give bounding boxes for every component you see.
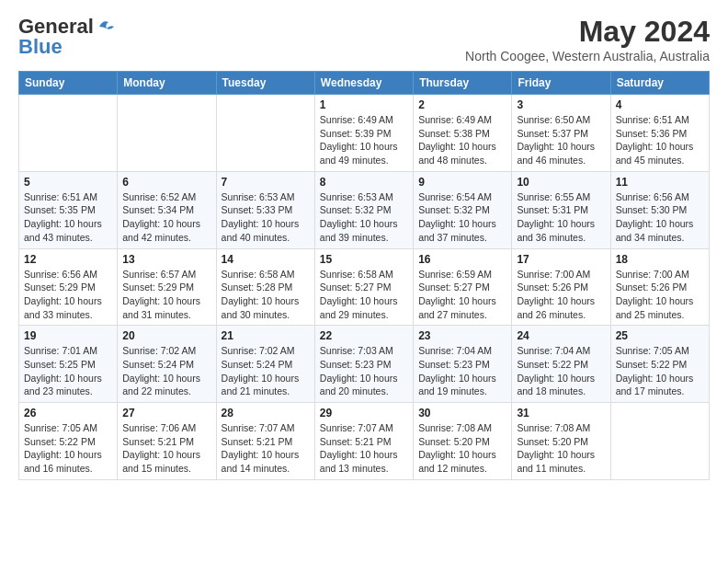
day-detail: Sunrise: 7:03 AM Sunset: 5:23 PM Dayligh…	[320, 344, 408, 398]
calendar-cell: 5Sunrise: 6:51 AM Sunset: 5:35 PM Daylig…	[19, 171, 118, 248]
day-number: 21	[222, 329, 310, 342]
location-subtitle: North Coogee, Western Australia, Austral…	[465, 49, 710, 63]
day-number: 18	[616, 253, 704, 266]
logo-bird-icon	[96, 17, 116, 36]
calendar-cell	[118, 95, 216, 172]
calendar-cell: 9Sunrise: 6:54 AM Sunset: 5:32 PM Daylig…	[414, 171, 512, 248]
day-detail: Sunrise: 7:02 AM Sunset: 5:24 PM Dayligh…	[222, 344, 310, 398]
day-detail: Sunrise: 6:55 AM Sunset: 5:31 PM Dayligh…	[517, 190, 605, 245]
day-detail: Sunrise: 6:58 AM Sunset: 5:27 PM Dayligh…	[320, 268, 408, 322]
day-number: 12	[24, 253, 112, 266]
weekday-header-friday: Friday	[512, 72, 610, 95]
calendar-table: SundayMondayTuesdayWednesdayThursdayFrid…	[18, 71, 710, 480]
day-number: 19	[24, 329, 112, 342]
day-detail: Sunrise: 7:06 AM Sunset: 5:21 PM Dayligh…	[122, 421, 210, 476]
day-detail: Sunrise: 7:05 AM Sunset: 5:22 PM Dayligh…	[24, 421, 112, 476]
day-number: 1	[320, 98, 408, 111]
calendar-cell	[216, 95, 314, 172]
calendar-cell: 10Sunrise: 6:55 AM Sunset: 5:31 PM Dayli…	[512, 171, 610, 248]
day-detail: Sunrise: 6:54 AM Sunset: 5:32 PM Dayligh…	[418, 190, 506, 245]
day-number: 5	[24, 176, 112, 189]
day-detail: Sunrise: 6:50 AM Sunset: 5:37 PM Dayligh…	[517, 113, 605, 167]
page-header: General Blue May 2024 North Coogee, West…	[18, 15, 710, 63]
day-detail: Sunrise: 7:00 AM Sunset: 5:26 PM Dayligh…	[517, 268, 605, 322]
calendar-cell: 26Sunrise: 7:05 AM Sunset: 5:22 PM Dayli…	[19, 403, 118, 480]
calendar-cell: 20Sunrise: 7:02 AM Sunset: 5:24 PM Dayli…	[118, 326, 216, 403]
calendar-header-row: SundayMondayTuesdayWednesdayThursdayFrid…	[19, 72, 710, 95]
day-number: 31	[517, 407, 605, 419]
day-number: 7	[222, 176, 310, 189]
day-number: 10	[517, 176, 605, 189]
day-number: 3	[517, 98, 605, 111]
day-number: 17	[517, 253, 605, 266]
day-detail: Sunrise: 6:51 AM Sunset: 5:35 PM Dayligh…	[24, 190, 112, 245]
day-number: 16	[418, 253, 506, 266]
calendar-cell: 1Sunrise: 6:49 AM Sunset: 5:39 PM Daylig…	[314, 95, 413, 172]
day-number: 26	[24, 407, 112, 419]
day-detail: Sunrise: 6:53 AM Sunset: 5:33 PM Dayligh…	[222, 190, 310, 245]
day-detail: Sunrise: 7:02 AM Sunset: 5:24 PM Dayligh…	[122, 344, 210, 398]
calendar-cell: 25Sunrise: 7:05 AM Sunset: 5:22 PM Dayli…	[610, 326, 709, 403]
day-number: 9	[418, 176, 506, 189]
weekday-header-monday: Monday	[118, 72, 216, 95]
logo-blue: Blue	[18, 35, 63, 59]
day-detail: Sunrise: 6:52 AM Sunset: 5:34 PM Dayligh…	[122, 190, 210, 245]
calendar-cell: 4Sunrise: 6:51 AM Sunset: 5:36 PM Daylig…	[610, 95, 709, 172]
day-number: 23	[418, 329, 506, 342]
day-number: 20	[122, 329, 210, 342]
day-detail: Sunrise: 7:05 AM Sunset: 5:22 PM Dayligh…	[616, 344, 704, 398]
calendar-cell: 21Sunrise: 7:02 AM Sunset: 5:24 PM Dayli…	[216, 326, 314, 403]
calendar-week-1: 1Sunrise: 6:49 AM Sunset: 5:39 PM Daylig…	[19, 95, 710, 172]
calendar-cell: 14Sunrise: 6:58 AM Sunset: 5:28 PM Dayli…	[216, 248, 314, 326]
day-detail: Sunrise: 6:58 AM Sunset: 5:28 PM Dayligh…	[222, 268, 310, 322]
calendar-cell	[610, 403, 709, 480]
calendar-week-3: 12Sunrise: 6:56 AM Sunset: 5:29 PM Dayli…	[19, 248, 710, 326]
day-number: 29	[320, 407, 408, 419]
calendar-cell: 2Sunrise: 6:49 AM Sunset: 5:38 PM Daylig…	[414, 95, 512, 172]
day-detail: Sunrise: 6:56 AM Sunset: 5:30 PM Dayligh…	[616, 190, 704, 245]
day-detail: Sunrise: 7:07 AM Sunset: 5:21 PM Dayligh…	[320, 421, 408, 476]
title-area: May 2024 North Coogee, Western Australia…	[465, 15, 710, 63]
day-detail: Sunrise: 7:04 AM Sunset: 5:23 PM Dayligh…	[418, 344, 506, 398]
day-number: 27	[122, 407, 210, 419]
day-number: 2	[418, 98, 506, 111]
calendar-cell: 29Sunrise: 7:07 AM Sunset: 5:21 PM Dayli…	[314, 403, 413, 480]
logo: General Blue	[18, 15, 116, 59]
calendar-cell: 24Sunrise: 7:04 AM Sunset: 5:22 PM Dayli…	[512, 326, 610, 403]
calendar-cell: 12Sunrise: 6:56 AM Sunset: 5:29 PM Dayli…	[19, 248, 118, 326]
calendar-cell: 22Sunrise: 7:03 AM Sunset: 5:23 PM Dayli…	[314, 326, 413, 403]
calendar-cell: 31Sunrise: 7:08 AM Sunset: 5:20 PM Dayli…	[512, 403, 610, 480]
day-number: 24	[517, 329, 605, 342]
day-number: 8	[320, 176, 408, 189]
day-detail: Sunrise: 6:49 AM Sunset: 5:38 PM Dayligh…	[418, 113, 506, 167]
day-detail: Sunrise: 7:08 AM Sunset: 5:20 PM Dayligh…	[418, 421, 506, 476]
calendar-cell: 30Sunrise: 7:08 AM Sunset: 5:20 PM Dayli…	[414, 403, 512, 480]
day-detail: Sunrise: 7:07 AM Sunset: 5:21 PM Dayligh…	[222, 421, 310, 476]
calendar-week-2: 5Sunrise: 6:51 AM Sunset: 5:35 PM Daylig…	[19, 171, 710, 248]
calendar-cell: 28Sunrise: 7:07 AM Sunset: 5:21 PM Dayli…	[216, 403, 314, 480]
calendar-cell: 16Sunrise: 6:59 AM Sunset: 5:27 PM Dayli…	[414, 248, 512, 326]
weekday-header-thursday: Thursday	[414, 72, 512, 95]
calendar-cell: 23Sunrise: 7:04 AM Sunset: 5:23 PM Dayli…	[414, 326, 512, 403]
day-number: 22	[320, 329, 408, 342]
day-detail: Sunrise: 7:01 AM Sunset: 5:25 PM Dayligh…	[24, 344, 112, 398]
day-detail: Sunrise: 6:56 AM Sunset: 5:29 PM Dayligh…	[24, 268, 112, 322]
day-detail: Sunrise: 7:08 AM Sunset: 5:20 PM Dayligh…	[517, 421, 605, 476]
day-number: 11	[616, 176, 704, 189]
weekday-header-saturday: Saturday	[610, 72, 709, 95]
day-number: 15	[320, 253, 408, 266]
day-number: 6	[122, 176, 210, 189]
calendar-cell	[19, 95, 118, 172]
calendar-cell: 19Sunrise: 7:01 AM Sunset: 5:25 PM Dayli…	[19, 326, 118, 403]
weekday-header-wednesday: Wednesday	[314, 72, 413, 95]
day-detail: Sunrise: 6:57 AM Sunset: 5:29 PM Dayligh…	[122, 268, 210, 322]
calendar-cell: 11Sunrise: 6:56 AM Sunset: 5:30 PM Dayli…	[610, 171, 709, 248]
day-detail: Sunrise: 6:53 AM Sunset: 5:32 PM Dayligh…	[320, 190, 408, 245]
day-number: 13	[122, 253, 210, 266]
day-number: 30	[418, 407, 506, 419]
day-number: 4	[616, 98, 704, 111]
weekday-header-sunday: Sunday	[19, 72, 118, 95]
day-detail: Sunrise: 6:59 AM Sunset: 5:27 PM Dayligh…	[418, 268, 506, 322]
calendar-cell: 27Sunrise: 7:06 AM Sunset: 5:21 PM Dayli…	[118, 403, 216, 480]
calendar-cell: 7Sunrise: 6:53 AM Sunset: 5:33 PM Daylig…	[216, 171, 314, 248]
